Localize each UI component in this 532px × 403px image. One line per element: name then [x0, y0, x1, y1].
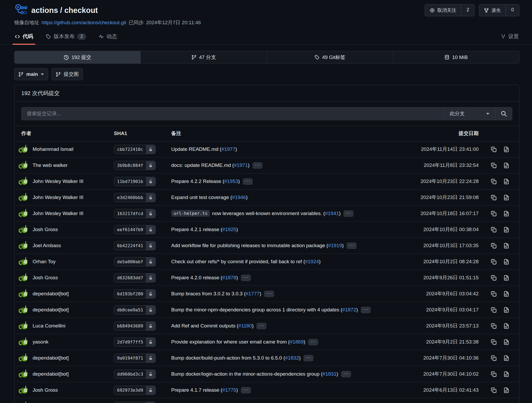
- stat-commits[interactable]: 192 提交: [14, 51, 140, 63]
- copy-sha-button[interactable]: [491, 355, 497, 361]
- issue-link[interactable]: #1977: [221, 146, 235, 152]
- commit-author[interactable]: dependabot[bot]: [19, 369, 100, 379]
- issue-link[interactable]: #1971: [234, 162, 248, 168]
- branch-selector[interactable]: main: [14, 68, 48, 80]
- commit-author[interactable]: dependabot[bot]: [19, 305, 100, 315]
- tab-activity[interactable]: 动态: [98, 30, 118, 44]
- unwatch-button[interactable]: 取消关注 2: [425, 4, 475, 16]
- copy-sha-button[interactable]: [491, 307, 497, 313]
- more-button[interactable]: ···: [256, 323, 266, 329]
- commit-sha-badge[interactable]: 692973e3d9: [114, 386, 156, 395]
- issue-link[interactable]: #1775: [222, 387, 236, 392]
- commit-sha-badge[interactable]: 6d193bf280: [114, 289, 156, 298]
- copy-sha-button[interactable]: [491, 227, 497, 233]
- browse-source-button[interactable]: [503, 291, 509, 297]
- commit-sha-badge[interactable]: eef61447b9: [114, 225, 156, 234]
- commit-author[interactable]: dependabot[bot]: [19, 289, 100, 299]
- commit-sha-badge[interactable]: 163217dfcd: [114, 209, 156, 218]
- more-button[interactable]: ···: [343, 210, 353, 217]
- issue-link[interactable]: #1941: [325, 210, 339, 216]
- tab-settings[interactable]: 设置: [500, 30, 519, 44]
- copy-sha-button[interactable]: [491, 339, 497, 345]
- more-button[interactable]: ···: [347, 242, 357, 249]
- copy-sha-button[interactable]: [491, 211, 497, 217]
- mirror-url-link[interactable]: https://github.com/actions/checkout.git: [42, 20, 126, 26]
- branch-scope-dropdown[interactable]: 此分支: [444, 107, 495, 120]
- commit-author[interactable]: John Wesley Walker III: [19, 192, 100, 202]
- issue-link[interactable]: #1872: [342, 307, 356, 312]
- copy-sha-button[interactable]: [491, 275, 497, 281]
- browse-source-button[interactable]: [503, 371, 509, 377]
- commit-author[interactable]: Joel Ambass: [19, 241, 100, 251]
- copy-sha-button[interactable]: [491, 162, 497, 168]
- commit-graph-button[interactable]: 提交图: [52, 68, 83, 80]
- commit-sha-badge[interactable]: 9a9194f871: [114, 354, 156, 363]
- copy-sha-button[interactable]: [491, 243, 497, 249]
- commit-author[interactable]: John Wesley Walker III: [19, 208, 100, 218]
- copy-sha-button[interactable]: [491, 291, 497, 297]
- commit-sha-badge[interactable]: 2d7d9f7ff5: [114, 337, 156, 347]
- browse-source-button[interactable]: [503, 307, 509, 313]
- browse-source-button[interactable]: [503, 146, 509, 152]
- copy-sha-button[interactable]: [491, 259, 497, 265]
- commit-author[interactable]: Luca Comellini: [19, 321, 100, 331]
- tab-code[interactable]: 代码: [14, 30, 34, 44]
- issue-link[interactable]: #1925: [222, 227, 236, 232]
- more-button[interactable]: ···: [341, 371, 351, 377]
- more-button[interactable]: ···: [241, 387, 251, 394]
- issue-link[interactable]: #1946: [232, 195, 246, 200]
- commit-author[interactable]: Josh Gross: [19, 225, 100, 235]
- commit-author[interactable]: The web walker: [19, 160, 100, 170]
- copy-sha-button[interactable]: [491, 195, 497, 201]
- commit-author[interactable]: yasonk: [19, 337, 100, 347]
- browse-source-button[interactable]: [503, 355, 509, 361]
- more-button[interactable]: ···: [264, 291, 274, 297]
- commit-search-input[interactable]: [22, 107, 444, 120]
- browse-source-button[interactable]: [503, 178, 509, 185]
- commit-sha-badge[interactable]: 6b42224f41: [114, 241, 156, 250]
- commit-sha-badge[interactable]: de5a000abf: [114, 257, 156, 266]
- issue-link[interactable]: #1878: [222, 275, 236, 280]
- copy-sha-button[interactable]: [491, 323, 497, 329]
- fork-button[interactable]: 派生 0: [479, 4, 519, 16]
- stat-branches[interactable]: 47 分支: [140, 51, 267, 63]
- commit-sha-badge[interactable]: 11bd71901b: [114, 177, 156, 186]
- issue-link[interactable]: #1869: [290, 339, 304, 344]
- commit-author[interactable]: John Wesley Walker III: [19, 401, 100, 403]
- more-button[interactable]: ···: [243, 178, 253, 185]
- commit-author[interactable]: Josh Gross: [19, 385, 100, 395]
- issue-link[interactable]: #1180: [239, 323, 252, 328]
- copy-sha-button[interactable]: [491, 387, 497, 393]
- fork-count[interactable]: 0: [506, 4, 519, 16]
- browse-source-button[interactable]: [503, 275, 509, 281]
- commit-author[interactable]: dependabot[bot]: [19, 353, 100, 363]
- commit-author[interactable]: Orhan Toy: [19, 257, 100, 267]
- more-button[interactable]: ···: [241, 275, 251, 281]
- issue-link[interactable]: #1831: [323, 371, 337, 376]
- commit-sha-badge[interactable]: 3b9b8c884f: [114, 161, 156, 170]
- browse-source-button[interactable]: [503, 259, 509, 265]
- issue-link[interactable]: #1832: [285, 355, 299, 360]
- browse-source-button[interactable]: [503, 195, 509, 201]
- browse-source-button[interactable]: [503, 387, 509, 393]
- commit-author[interactable]: Josh Gross: [19, 273, 100, 283]
- more-button[interactable]: ···: [252, 162, 262, 169]
- search-button[interactable]: [495, 107, 512, 120]
- issue-link[interactable]: #1953: [224, 178, 238, 184]
- issue-link[interactable]: #1777: [246, 291, 260, 296]
- commit-sha-badge[interactable]: dd960bd3c3: [114, 370, 156, 379]
- watch-count[interactable]: 2: [461, 4, 474, 16]
- more-button[interactable]: ···: [361, 307, 371, 313]
- copy-sha-button[interactable]: [491, 371, 497, 377]
- browse-source-button[interactable]: [503, 211, 509, 217]
- tab-releases[interactable]: 版本发布 2: [45, 30, 87, 44]
- issue-link[interactable]: #1924: [305, 259, 319, 264]
- commit-sha-badge[interactable]: b684943689: [114, 321, 156, 331]
- browse-source-button[interactable]: [503, 162, 509, 168]
- commit-author[interactable]: John Wesley Walker III: [19, 176, 100, 186]
- commit-sha-badge[interactable]: 6ccd57f4c5: [114, 402, 156, 403]
- browse-source-button[interactable]: [503, 339, 509, 345]
- stat-size[interactable]: 10 MiB: [393, 51, 519, 63]
- browse-source-button[interactable]: [503, 227, 509, 233]
- commit-sha-badge[interactable]: db0cee9a51: [114, 305, 156, 315]
